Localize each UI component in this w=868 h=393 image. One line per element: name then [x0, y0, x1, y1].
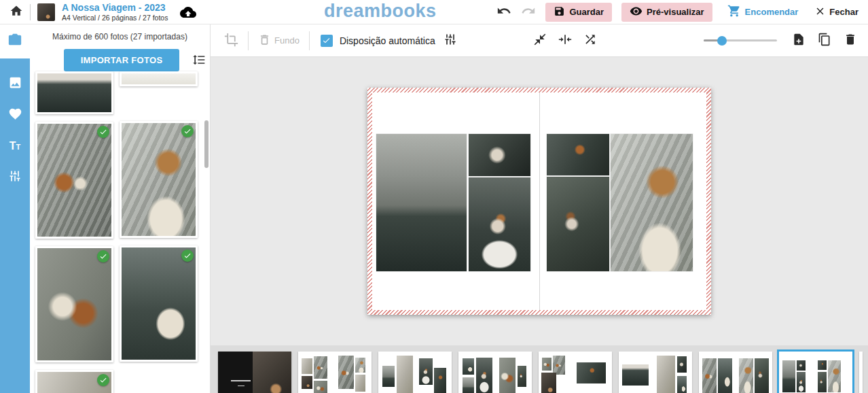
save-button[interactable]: Guardar: [545, 3, 612, 22]
rail-tab-favorites[interactable]: [0, 99, 30, 131]
close-button[interactable]: Fechar: [814, 5, 858, 19]
home-button[interactable]: [10, 4, 23, 20]
filmstrip-page-selected[interactable]: [779, 352, 852, 393]
filmstrip-page[interactable]: [539, 352, 612, 393]
shuffle-layout-button[interactable]: [583, 33, 597, 48]
zoom-slider-track[interactable]: [704, 39, 777, 41]
undo-icon: [496, 3, 511, 20]
home-icon: [10, 4, 23, 20]
project-specs: A4 Vertical / 26 páginas / 27 fotos: [62, 14, 168, 22]
eye-icon: [630, 5, 643, 20]
photo-used-check-icon: [97, 126, 109, 138]
trash-outline-icon: [258, 33, 271, 48]
delete-page-button[interactable]: [844, 33, 857, 48]
photo-thumbnail[interactable]: [120, 71, 198, 86]
center-merge-button[interactable]: [558, 33, 572, 48]
redo-button[interactable]: [521, 3, 536, 20]
filmstrip: [211, 345, 868, 393]
background-label: Fundo: [274, 35, 300, 46]
cart-icon: [727, 4, 741, 20]
sort-icon: [192, 58, 206, 69]
photo-column-left: [35, 71, 113, 393]
collapse-photos-button[interactable]: [533, 33, 547, 48]
cloud-sync-icon[interactable]: [180, 4, 196, 20]
duplicate-page-button[interactable]: [818, 33, 831, 48]
spread-pages: [372, 92, 706, 310]
auto-layout-toggle[interactable]: Disposição automática: [321, 35, 435, 47]
preview-button[interactable]: Pré-visualizar: [621, 3, 712, 22]
photo-thumbnail[interactable]: [35, 71, 113, 114]
photo-image: [122, 123, 196, 236]
rail-tab-gallery[interactable]: [0, 68, 30, 99]
shuffle-icon: [583, 33, 597, 48]
photo-image: [37, 248, 111, 360]
main-area: Fundo Disposição automática: [211, 24, 868, 393]
photo-thumbnail[interactable]: [120, 121, 198, 238]
order-label: Encomendar: [745, 7, 799, 17]
filmstrip-page-partial[interactable]: [859, 352, 863, 393]
filmstrip-page[interactable]: [458, 352, 532, 393]
add-page-button[interactable]: [792, 33, 806, 48]
photo-thumbnail[interactable]: [35, 122, 113, 239]
book-spread[interactable]: [367, 88, 711, 315]
rail-tab-text[interactable]: TT: [0, 131, 30, 162]
import-photos-button[interactable]: IMPORTAR FOTOS: [64, 49, 179, 71]
delete-background-button[interactable]: Fundo: [258, 33, 300, 48]
sort-photos-button[interactable]: [192, 53, 206, 69]
photo-thumbnail[interactable]: [35, 246, 113, 362]
spread-photo[interactable]: [611, 134, 693, 271]
rail-tab-settings[interactable]: [0, 162, 30, 193]
project-cover-thumbnail[interactable]: [37, 3, 55, 21]
photo-image: [37, 73, 111, 112]
rail-tab-photos[interactable]: [0, 24, 30, 58]
camera-icon: [7, 33, 22, 50]
project-meta: A Nossa Viagem - 2023 A4 Vertical / 26 p…: [62, 2, 168, 21]
spread-photo[interactable]: [547, 177, 609, 271]
crop-button[interactable]: [224, 33, 238, 49]
photo-thumbnail[interactable]: [35, 370, 113, 393]
photo-used-check-icon: [181, 250, 194, 262]
editor-toolbar: Fundo Disposição automática: [211, 24, 868, 57]
filmstrip-page[interactable]: [699, 352, 772, 393]
order-button[interactable]: Encomendar: [727, 4, 799, 20]
filmstrip-page[interactable]: [378, 352, 452, 393]
divider: [30, 4, 31, 20]
photo-column-right: [120, 71, 198, 362]
panel-scrollbar[interactable]: [204, 120, 209, 168]
photos-limit-text: Máximo de 600 fotos (27 importadas): [30, 32, 210, 41]
spread-photo[interactable]: [469, 134, 530, 176]
undo-button[interactable]: [496, 3, 511, 20]
divider: [309, 31, 310, 50]
photo-used-check-icon: [97, 374, 109, 386]
project-title[interactable]: A Nossa Viagem - 2023: [62, 2, 168, 13]
heart-icon: [8, 107, 22, 124]
close-label: Fechar: [829, 7, 858, 17]
spread-photo[interactable]: [547, 134, 609, 175]
photo-image: [122, 247, 196, 360]
zoom-slider[interactable]: [704, 34, 777, 48]
left-rail: TT: [0, 24, 30, 393]
layout-options-button[interactable]: [444, 33, 457, 48]
filmstrip-page[interactable]: [298, 352, 372, 393]
project-info: A Nossa Viagem - 2023 A4 Vertical / 26 p…: [10, 2, 196, 21]
auto-layout-checkbox[interactable]: [321, 35, 333, 47]
page-actions: [792, 33, 857, 48]
spread-photo[interactable]: [469, 177, 530, 271]
photo-image: [122, 73, 196, 84]
divider: [248, 31, 249, 50]
trash-icon: [844, 33, 857, 48]
dreambooks-editor: A Nossa Viagem - 2023 A4 Vertical / 26 p…: [0, 0, 868, 393]
canvas-area: [211, 57, 868, 345]
redo-icon: [521, 3, 536, 20]
spread-spine: [539, 92, 540, 310]
photo-used-check-icon: [181, 125, 194, 137]
filmstrip-page[interactable]: [218, 352, 291, 393]
merge-center-icon: [558, 33, 572, 48]
photo-thumbnail[interactable]: [120, 245, 198, 362]
top-bar: A Nossa Viagem - 2023 A4 Vertical / 26 p…: [0, 0, 868, 24]
zoom-slider-knob[interactable]: [717, 36, 727, 46]
crop-icon: [224, 33, 238, 49]
spread-photo[interactable]: [376, 134, 467, 271]
photos-panel: Máximo de 600 fotos (27 importadas) IMPO…: [30, 24, 211, 393]
filmstrip-page[interactable]: [619, 352, 692, 393]
